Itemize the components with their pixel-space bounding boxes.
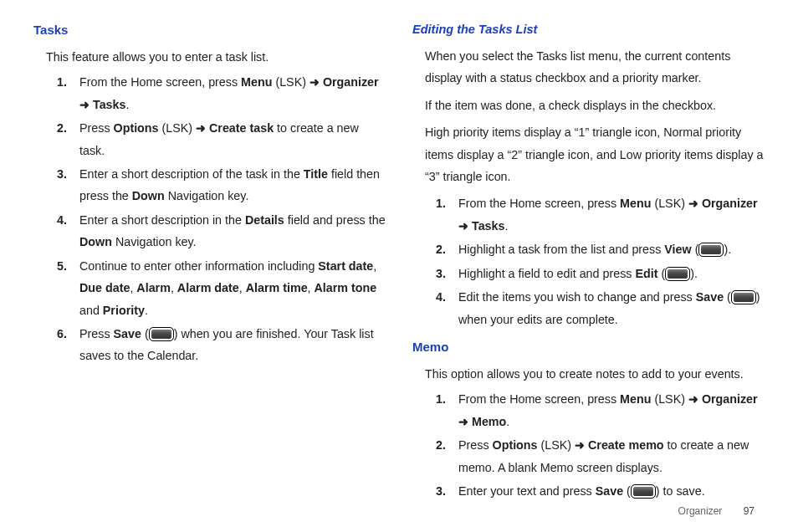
memo-label: Memo [468,415,506,428]
start-date-label: Start date [318,259,373,273]
paragraph: If the item was done, a check displays i… [425,95,765,116]
step-number: 4. [57,209,67,231]
list-item: 5. Continue to enter other information i… [79,255,386,321]
text: Edit the items you wish to change and pr… [458,290,696,304]
right-column: Editing the Tasks List When you select t… [412,18,765,504]
arrow-icon: ➜ [79,98,90,111]
due-date-label: Due date [79,281,130,294]
text: . [145,304,148,317]
view-label: View [664,243,691,256]
arrow-icon: ➜ [575,438,585,452]
title-label: Title [304,167,328,181]
text: ( [724,290,731,304]
memo-steps: 1. From the Home screen, press Menu (LSK… [458,388,765,502]
text: ( [692,243,699,256]
step-number: 3. [436,480,446,502]
softkey-button-icon [731,290,756,304]
tasks-heading: Tasks [33,18,386,42]
left-column: Tasks This feature allows you to enter a… [33,18,386,504]
text: Press [79,327,114,340]
text: , [308,281,315,294]
page-columns: Tasks This feature allows you to enter a… [33,18,765,504]
arrow-icon: ➜ [309,75,320,89]
editing-heading: Editing the Tasks List [412,18,765,41]
page-footer: Organizer 97 [678,502,755,520]
arrow-icon: ➜ [458,219,468,233]
list-item: 1. From the Home screen, press Menu (LSK… [458,192,765,237]
details-label: Details [245,213,284,227]
text: Enter a short description in the [79,213,245,227]
text: ). [690,267,698,280]
text: Press [79,121,114,135]
text: (LSK) [159,121,197,135]
save-label: Save [596,484,623,498]
text: field and press the [284,213,386,227]
text: , [373,259,376,273]
paragraph: When you select the Tasks list menu, the… [425,45,765,90]
list-item: 3. Highlight a field to edit and press E… [458,263,765,284]
text: ( [657,267,665,280]
tasks-steps: 1. From the Home screen, press Menu (LSK… [79,71,386,367]
arrow-icon: ➜ [688,197,698,210]
text: ) to save. [656,484,705,498]
text: and [79,304,103,317]
text: . [125,98,129,111]
list-item: 2. Press Options (LSK) ➜ Create memo to … [458,434,765,478]
step-number: 3. [57,163,67,185]
options-label: Options [493,438,538,452]
step-number: 2. [436,434,446,456]
list-item: 3. Enter your text and press Save () to … [458,480,765,502]
paragraph: High priority items display a “1” triang… [425,121,765,187]
memo-heading: Memo [412,335,765,359]
list-item: 2. Highlight a task from the list and pr… [458,238,765,260]
text: (LSK) [538,438,575,452]
tasks-intro: This feature allows you to enter a task … [46,46,386,68]
text: Enter your text and press [458,484,596,498]
alarm-tone-label: Alarm tone [315,281,377,294]
step-number: 2. [57,117,67,139]
list-item: 3. Enter a short description of the task… [79,163,386,207]
text: From the Home screen, press [458,392,620,406]
arrow-icon: ➜ [458,415,468,428]
arrow-icon: ➜ [196,121,206,135]
list-item: 1. From the Home screen, press Menu (LSK… [458,388,765,432]
text: Press [458,438,493,452]
edit-label: Edit [635,267,657,280]
softkey-button-icon [631,484,656,499]
list-item: 2. Press Options (LSK) ➜ Create task to … [79,117,386,161]
save-label: Save [114,327,141,340]
menu-label: Menu [241,75,272,89]
text: ( [623,484,631,498]
options-label: Options [114,121,159,135]
create-task-label: Create task [206,121,274,135]
footer-section: Organizer [678,505,723,517]
list-item: 4. Edit the items you wish to change and… [458,286,765,330]
editing-steps: 1. From the Home screen, press Menu (LSK… [458,192,765,330]
alarm-time-label: Alarm time [246,281,308,294]
step-number: 3. [436,263,446,284]
save-label: Save [696,290,724,304]
step-number: 4. [436,286,446,308]
text: , [239,281,246,294]
list-item: 4. Enter a short description in the Deta… [79,209,386,253]
down-label: Down [79,235,112,248]
organizer-label: Organizer [698,197,758,210]
text: , [171,281,177,294]
text: From the Home screen, press [458,197,620,210]
step-number: 2. [436,238,446,260]
text: Navigation key. [165,189,249,202]
alarm-label: Alarm [136,281,171,294]
step-number: 1. [436,192,446,214]
softkey-button-icon [665,267,690,281]
text: From the Home screen, press [79,75,241,89]
step-number: 1. [436,388,446,410]
menu-label: Menu [620,392,651,406]
text: Enter a short description of the task in… [79,167,304,181]
organizer-label: Organizer [698,392,758,406]
step-number: 5. [57,255,67,277]
text: Continue to enter other information incl… [79,259,318,273]
text: (LSK) [651,197,688,210]
menu-label: Menu [620,197,651,210]
priority-label: Priority [103,304,145,317]
list-item: 1. From the Home screen, press Menu (LSK… [79,71,386,115]
